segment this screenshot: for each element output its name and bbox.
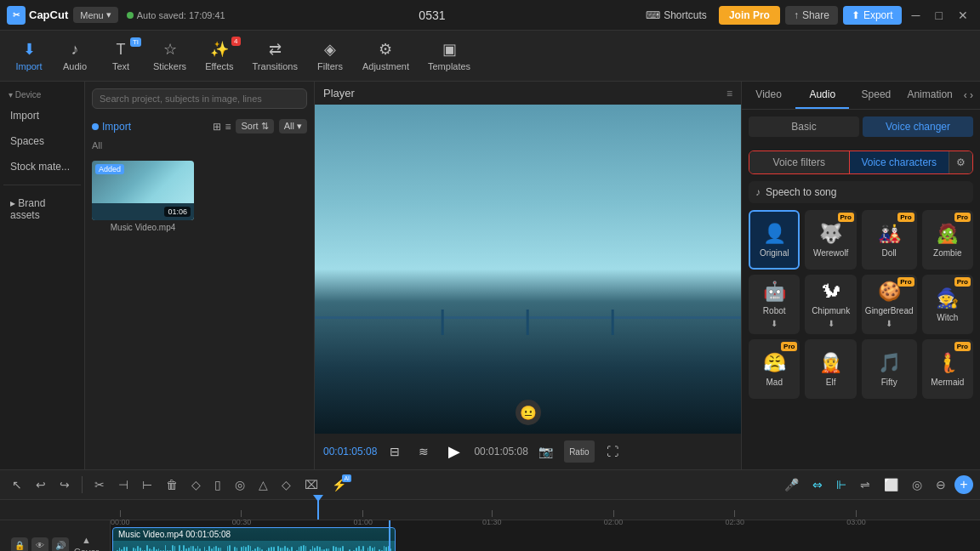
voice-card-elf[interactable]: 🧝 Elf xyxy=(805,339,856,399)
menu-button[interactable]: Menu ▾ xyxy=(73,7,118,23)
timeline-icon[interactable]: ⊟ xyxy=(384,440,406,463)
ai-tools-button[interactable]: ⚡ AI xyxy=(327,474,351,495)
add-track-button[interactable]: + xyxy=(954,475,973,494)
mask-button[interactable]: ◇ xyxy=(186,474,206,495)
voice-card-name: Robot xyxy=(763,306,786,315)
toolbar-text[interactable]: T Text TI xyxy=(99,36,143,77)
waveform-icon[interactable]: ≋ xyxy=(413,440,435,463)
sort-button[interactable]: Sort ⇅ xyxy=(236,119,273,133)
voice-card-gingerbread[interactable]: Pro 🍪 GingerBread ⬇ xyxy=(862,275,917,334)
voice-card-name: Mad xyxy=(766,378,782,387)
crop-button[interactable]: ▯ xyxy=(209,474,226,495)
sidebar-divider xyxy=(3,185,81,185)
mic-button[interactable]: 🎤 xyxy=(779,474,804,495)
toolbar-audio[interactable]: ♪ Audio xyxy=(53,36,97,77)
voice-card-mad[interactable]: Pro 😤 Mad xyxy=(749,339,800,399)
cover-icon: ▲ xyxy=(82,535,91,545)
voice-filters-button[interactable]: Voice filters xyxy=(749,151,849,173)
join-pro-button[interactable]: Join Pro xyxy=(719,6,780,25)
sidebar-item-stock-mate[interactable]: Stock mate... xyxy=(3,156,81,178)
link-clips-button[interactable]: ⇔ xyxy=(807,474,828,495)
toolbar-transitions[interactable]: ⇄ Transitions xyxy=(244,35,306,77)
voice-card-chipmunk[interactable]: 🐿 Chipmunk ⬇ xyxy=(805,275,856,334)
waveform-bar xyxy=(248,545,249,551)
eye-icon[interactable]: 👁 xyxy=(31,537,48,552)
tab-animation[interactable]: Animation xyxy=(903,82,957,109)
split-button[interactable]: ✂ xyxy=(89,474,110,495)
voice-card-mermaid[interactable]: Pro 🧜 Mermaid xyxy=(922,339,973,399)
ratio-button[interactable]: Ratio xyxy=(564,440,595,463)
toolbar-import[interactable]: ⬇ Import xyxy=(7,35,51,77)
audio-track-icon[interactable]: 🔊 xyxy=(52,537,69,552)
voice-card-doll[interactable]: Pro 🎎 Doll xyxy=(862,210,917,270)
fullscreen-button[interactable]: ⛶ xyxy=(601,440,624,463)
export-button[interactable]: ⬆ Export xyxy=(843,6,902,25)
tab-audio[interactable]: Audio xyxy=(795,82,849,109)
basic-toggle-button[interactable]: Basic xyxy=(749,116,859,137)
shortcuts-button[interactable]: ⌨ Shortcuts xyxy=(639,7,714,24)
import-button[interactable]: Import xyxy=(92,121,131,133)
player-menu-icon[interactable]: ≡ xyxy=(726,88,732,99)
download-icon: ⬇ xyxy=(828,319,835,328)
crop-trim-button[interactable]: ⌧ xyxy=(299,474,323,495)
video-track-clip[interactable]: Music Video.mp4 00:01:05:08 xyxy=(112,527,396,551)
split-audio-button[interactable]: ⊩ xyxy=(831,474,852,495)
timeline-track-sidebar: 🔒 👁 🔊 ▲ Cover xyxy=(0,520,111,551)
speed-ramp-button[interactable]: ◎ xyxy=(907,474,927,495)
vc-filter-icon[interactable]: ⚙ xyxy=(949,151,972,173)
play-button[interactable]: ▶ xyxy=(442,439,467,464)
sidebar-spaces-label: Spaces xyxy=(10,135,44,147)
redo-button[interactable]: ↪ xyxy=(54,474,75,495)
toolbar-effects[interactable]: ✨ Effects 4 xyxy=(197,35,242,77)
minus-button[interactable]: ⊖ xyxy=(931,474,951,495)
freeze-button[interactable]: ◎ xyxy=(230,474,250,495)
voice-card-original[interactable]: 👤 Original xyxy=(749,210,800,270)
time-current: 00:01:05:08 xyxy=(323,446,377,457)
tab-speed[interactable]: Speed xyxy=(849,82,903,109)
share-button[interactable]: ↑ Share xyxy=(785,6,838,25)
toolbar-filters[interactable]: ◈ Filters xyxy=(308,35,352,77)
undo-button[interactable]: ↩ xyxy=(31,474,51,495)
voice-card-werewolf[interactable]: Pro 🐺 Werewolf xyxy=(805,210,856,270)
voice-changer-toggle-button[interactable]: Voice changer xyxy=(863,116,973,137)
list-view-button[interactable]: ≡ xyxy=(225,121,231,133)
select-tool-button[interactable]: ↖ xyxy=(7,474,27,495)
replace-button[interactable]: ⬜ xyxy=(879,474,903,495)
voice-characters-button[interactable]: Voice characters xyxy=(849,151,949,173)
media-thumbnail[interactable]: Added 01:06 xyxy=(92,161,194,220)
sidebar-item-spaces[interactable]: Spaces xyxy=(3,130,81,152)
cover-label[interactable]: ▲ Cover xyxy=(74,535,99,552)
tab-video[interactable]: Video xyxy=(742,82,795,109)
toolbar-templates[interactable]: ▣ Templates xyxy=(419,35,479,77)
flip-button[interactable]: △ xyxy=(254,474,273,495)
voice-card-witch[interactable]: Pro 🧙 Witch xyxy=(922,275,973,334)
waveform-bar xyxy=(385,547,387,551)
close-button[interactable]: ✕ xyxy=(953,5,973,26)
speech-to-song-row[interactable]: Speech to song xyxy=(749,181,973,203)
playhead[interactable] xyxy=(317,500,319,520)
voice-card-zombie[interactable]: Pro 🧟 Zombie xyxy=(922,210,973,270)
toolbar-adjustment[interactable]: ⚙ Adjustment xyxy=(354,35,418,77)
media-controls: Import ⊞ ≡ Sort ⇅ All ▾ xyxy=(85,116,314,137)
delete-button[interactable]: 🗑 xyxy=(161,474,183,495)
voice-card-fifty[interactable]: 🎵 Fifty xyxy=(862,339,917,399)
toolbar-stickers[interactable]: ☆ Stickers xyxy=(145,35,195,77)
all-filter-button[interactable]: All ▾ xyxy=(279,119,307,133)
maximize-button[interactable]: □ xyxy=(931,5,948,26)
waveform-bar xyxy=(362,546,364,551)
waveform-bar xyxy=(273,547,275,551)
trim-end-button[interactable]: ⊢ xyxy=(137,474,157,495)
lock-icon[interactable]: 🔒 xyxy=(11,537,28,552)
voice-card-robot[interactable]: 🤖 Robot ⬇ xyxy=(749,275,800,334)
camera-icon[interactable]: 📷 xyxy=(535,440,557,463)
waveform-bar xyxy=(215,546,217,551)
keyframe-button[interactable]: ◇ xyxy=(276,474,296,495)
search-input[interactable] xyxy=(92,88,307,109)
trim-start-button[interactable]: ⊣ xyxy=(113,474,134,495)
minimize-button[interactable]: ─ xyxy=(907,5,926,26)
grid-view-button[interactable]: ⊞ xyxy=(213,121,221,133)
unlink-button[interactable]: ⇌ xyxy=(855,474,875,495)
sidebar-item-brand-assets[interactable]: ▸ Brand assets xyxy=(3,192,81,226)
sidebar-item-import[interactable]: Import xyxy=(3,105,81,127)
tab-more-icon[interactable]: ‹ › xyxy=(957,82,980,109)
